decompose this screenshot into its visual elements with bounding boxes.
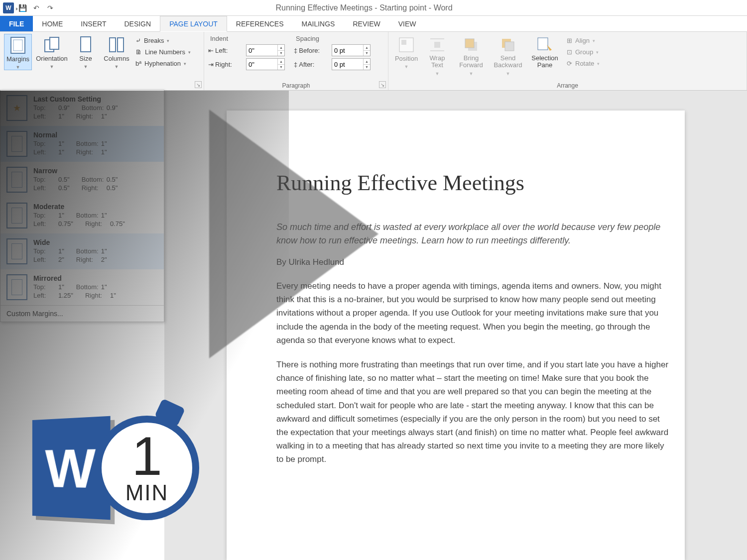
tab-home[interactable]: HOME [33,16,72,31]
orientation-icon [43,36,61,54]
rotate-button[interactable]: ⟳Rotate ▾ [565,59,602,68]
spacing-after-icon: ‡ [294,61,297,68]
margin-info: NarrowTop:0.5"Bottom:0.5"Left:0.5"Right:… [33,167,158,193]
position-label: Position [395,55,418,62]
wrap-icon [428,36,446,54]
tab-design[interactable]: DESIGN [115,16,160,31]
svg-rect-5 [110,38,116,52]
indent-left-icon: ⇤ [208,47,214,54]
align-label: Align [575,37,590,44]
tab-page-layout[interactable]: PAGE LAYOUT [160,16,227,32]
send-backward-button[interactable]: Send Backward▼ [491,34,525,76]
word-app-icon[interactable]: W [3,2,14,13]
timer-number: 1 [131,431,162,480]
group-icon: ⊡ [567,48,572,56]
tab-review[interactable]: REVIEW [344,16,389,31]
selection-pane-icon [536,36,554,54]
doc-para-2: There is nothing more frustrating than m… [276,358,670,466]
breaks-button[interactable]: ⤶Breaks ▾ [133,36,193,45]
breaks-icon: ⤶ [135,37,141,44]
group-label: Group [575,48,593,56]
margin-thumb-icon [6,238,27,264]
margins-icon [9,36,27,54]
margin-info: Last Custom SettingTop:0.9"Bottom:0.9"Le… [33,95,158,121]
redo-icon[interactable]: ↷ [45,2,56,13]
spacing-before-label: ‡Before: [294,47,330,54]
margin-option-normal[interactable]: NormalTop:1"Bottom:1"Left:1"Right:1" [0,126,164,162]
margin-option-moderate[interactable]: ModerateTop:1"Bottom:1"Left:0.75"Right:0… [0,198,164,233]
indent-header: Indent [208,35,285,42]
margin-option-last-custom-setting[interactable]: Last Custom SettingTop:0.9"Bottom:0.9"Le… [0,90,164,126]
spacing-before-icon: ‡ [294,47,297,54]
position-icon [397,36,415,54]
rotate-icon: ⟳ [567,60,572,67]
tab-view[interactable]: VIEW [389,16,425,31]
hyphenation-label: Hyphenation [144,60,181,67]
margins-dropdown: Last Custom SettingTop:0.9"Bottom:0.9"Le… [0,90,164,322]
line-numbers-label: Line Numbers [145,48,185,56]
line-numbers-button[interactable]: 🗎Line Numbers ▾ [133,47,193,57]
video-badge: W 1 MIN [30,416,199,520]
margins-button[interactable]: Margins▼ [4,34,32,70]
margins-label: Margins [6,55,29,63]
send-backward-icon [499,36,517,54]
quick-access-toolbar: W 💾 ↶ ↷ [0,2,56,13]
position-button[interactable]: Position▼ [392,34,420,69]
indent-right-icon: ⇥ [208,61,214,68]
size-icon [77,36,95,54]
group-page-setup: Margins▼ Orientation▼ Size▼ Columns▼ ⤶Br… [0,32,204,90]
wrap-label: Wrap Text [423,55,451,69]
orientation-button[interactable]: Orientation▼ [35,34,69,69]
document-title: Running Effective Meetings - Starting po… [56,3,747,12]
arrange-group-label: Arrange [392,81,743,89]
svg-rect-4 [81,37,91,52]
tab-mailings[interactable]: MAILINGS [293,16,344,31]
line-numbers-icon: 🗎 [135,48,142,56]
paragraph-dialog-launcher[interactable]: ↘ [379,81,386,88]
group-button[interactable]: ⊡Group ▾ [565,47,602,57]
custom-margins-item[interactable]: Custom Margins... [0,305,164,322]
margin-option-wide[interactable]: WideTop:1"Bottom:1"Left:2"Right:2" [0,233,164,269]
wrap-text-button[interactable]: Wrap Text▼ [423,34,451,76]
bring-forward-button[interactable]: Bring Forward▼ [454,34,488,76]
align-icon: ⊞ [567,37,572,44]
spinner-icon[interactable]: ▲▼ [363,59,370,70]
bring-forward-icon [462,36,480,54]
timer-badge: 1 MIN [95,416,199,520]
svg-rect-6 [118,38,124,52]
selpane-label: Selection Pane [528,55,562,69]
tab-insert[interactable]: INSERT [72,16,115,31]
columns-label: Columns [104,55,129,62]
margin-thumb-icon [6,203,27,228]
svg-rect-3 [50,37,59,49]
size-button[interactable]: Size▼ [72,34,100,69]
play-icon[interactable] [209,110,378,358]
indent-right-label: ⇥Right: [208,61,244,68]
page-setup-dialog-launcher[interactable]: ↘ [195,81,202,88]
svg-rect-13 [465,39,474,48]
spinner-icon[interactable]: ▲▼ [277,45,284,56]
selection-pane-button[interactable]: Selection Pane [528,34,562,69]
spinner-icon[interactable]: ▲▼ [363,45,370,56]
indent-left-label: ⇤Left: [208,47,244,54]
margin-thumb-icon [6,167,27,193]
hyphenation-button[interactable]: bªHyphenation ▾ [133,59,193,68]
tab-file[interactable]: FILE [0,16,33,31]
margin-info: ModerateTop:1"Bottom:1"Left:0.75"Right:0… [33,203,158,228]
save-icon[interactable]: 💾 [17,2,28,13]
svg-rect-15 [505,42,514,51]
undo-icon[interactable]: ↶ [31,2,42,13]
align-button[interactable]: ⊞Align ▾ [565,36,602,45]
breaks-label: Breaks [144,37,164,44]
margin-option-narrow[interactable]: NarrowTop:0.5"Bottom:0.5"Left:0.5"Right:… [0,162,164,198]
hyphenation-icon: bª [135,60,141,67]
margin-info: NormalTop:1"Bottom:1"Left:1"Right:1" [33,131,158,157]
size-label: Size [79,55,92,62]
spinner-icon[interactable]: ▲▼ [277,59,284,70]
svg-rect-8 [401,40,406,45]
margin-thumb-icon [6,131,27,157]
margin-option-mirrored[interactable]: MirroredTop:1"Bottom:1"Left:1.25"Right:1… [0,269,164,305]
columns-button[interactable]: Columns▼ [103,34,130,69]
tab-references[interactable]: REFERENCES [227,16,293,31]
bring-label: Bring Forward [454,55,488,69]
